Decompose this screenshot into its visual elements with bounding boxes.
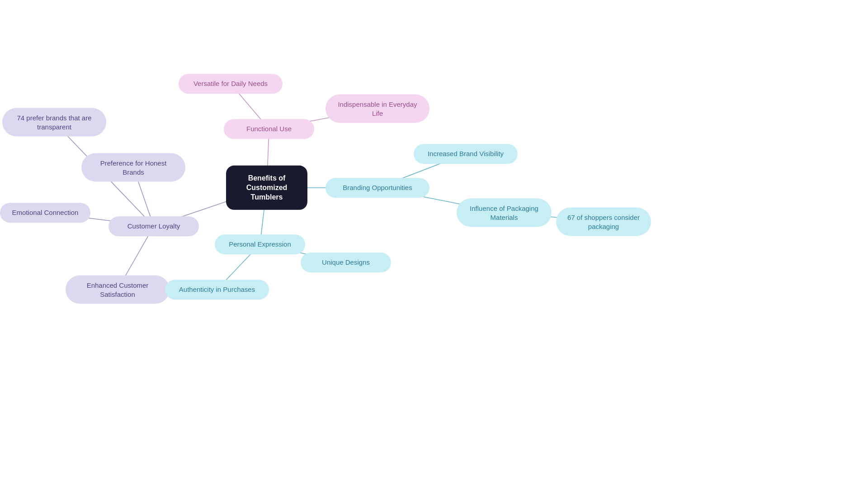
prefer-transparent-node: 74 prefer brands that are transparent: [2, 108, 106, 137]
versatile-daily-node: Versatile for Daily Needs: [179, 74, 283, 94]
branding-opportunities-node: Branding Opportunities: [326, 178, 429, 198]
indispensable-everyday-node: Indispensable in Everyday Life: [326, 95, 429, 123]
authenticity-purchases-node: Authenticity in Purchases: [165, 280, 269, 300]
center-node: Benefits of Customized Tumblers: [226, 166, 307, 210]
functional-use-node: Functional Use: [224, 119, 314, 139]
emotional-connection-node: Emotional Connection: [0, 203, 90, 223]
influence-packaging-node: Influence of Packaging Materials: [457, 199, 552, 227]
personal-expression-node: Personal Expression: [215, 234, 305, 254]
shoppers-consider-node: 67 of shoppers consider packaging: [556, 208, 651, 236]
unique-designs-node: Unique Designs: [301, 252, 391, 272]
enhanced-satisfaction-node: Enhanced Customer Satisfaction: [66, 276, 170, 304]
customer-loyalty-node: Customer Loyalty: [108, 216, 199, 236]
increased-visibility-node: Increased Brand Visibility: [414, 144, 518, 164]
preference-honest-node: Preference for Honest Brands: [81, 153, 185, 182]
